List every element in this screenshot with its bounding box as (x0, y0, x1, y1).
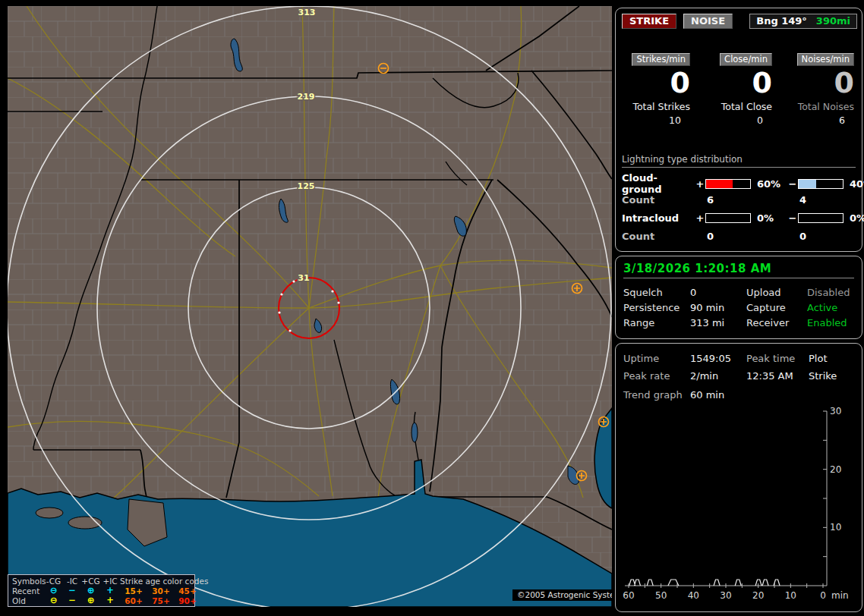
y-tick-label: 10 (830, 522, 841, 533)
trend-graph-label: Trend graph (623, 389, 690, 401)
peak-rate-row: Peak rate 2/min 12:35 AM Strike (616, 367, 862, 385)
strike-mode-button[interactable]: STRIKE (622, 14, 676, 29)
symbol-legend: Symbols -CG -IC +CG +IC Strike age color… (8, 574, 195, 607)
map-canvas[interactable]: 313 219 125 31 Symbols -CG -IC (8, 6, 612, 607)
total-strikes-column: Total Strikes 10 (623, 101, 690, 126)
current-datetime: 3/18/2026 1:20:18 AM (616, 256, 862, 278)
x-tick-label: 10 (785, 590, 796, 601)
legend-symbols-header: Symbols (12, 577, 44, 586)
ring-label-219: 219 (298, 92, 315, 102)
cloud-ground-label: Cloud-ground (622, 172, 695, 195)
receiver-status: Enabled (807, 317, 854, 328)
uptime-row: Uptime 1549:05 Peak time Plot (616, 350, 862, 367)
age-75: 75+ (147, 596, 175, 605)
intracloud-count-row: Count 0 0 (622, 227, 856, 245)
legend-col-pos-ic: +IC (100, 577, 120, 586)
upload-label: Upload (746, 287, 807, 298)
cg-minus-count: 4 (798, 194, 845, 206)
noises-per-min-value: 0 (786, 68, 854, 98)
peak-rate-label: Peak rate (623, 370, 690, 382)
range-setting-value: 313 mi (690, 317, 746, 328)
noises-per-min-label[interactable]: Noises/min (797, 53, 854, 66)
close-per-min-label[interactable]: Close/min (720, 53, 772, 66)
strike-counters-panel: STRIKE NOISE Bng 149°390mi Strikes/min 0… (615, 8, 862, 252)
ic-minus-percent: 0% (845, 212, 864, 224)
recent-ic-minus-icon: − (63, 586, 81, 595)
x-tick-label: 60 (623, 590, 634, 601)
strikes-per-min-value: 0 (623, 68, 690, 98)
x-tick-label: 0 (820, 590, 826, 601)
age-15: 15+ (120, 586, 147, 596)
plot-label: Plot (809, 353, 854, 364)
noise-mode-button[interactable]: NOISE (683, 14, 733, 29)
total-close-column: Total Close 0 (705, 101, 772, 126)
age-45: 45+ (175, 586, 200, 596)
age-60: 60+ (120, 596, 147, 605)
trend-axes (625, 411, 827, 586)
legend-row-old-label: Old (12, 596, 44, 605)
ring-label-313: 313 (298, 8, 316, 17)
upload-status: Disabled (807, 287, 854, 298)
age-30: 30+ (147, 586, 175, 596)
ring-label-125: 125 (298, 181, 315, 191)
x-tick-label: 20 (752, 590, 764, 601)
ic-plus-count: 0 (705, 231, 752, 242)
total-strikes-label: Total Strikes (623, 101, 690, 112)
persistence-label: Persistence (623, 302, 690, 313)
legend-age-header: Strike age color codes (120, 577, 200, 586)
count-label: Count (622, 231, 695, 242)
x-tick-label: 30 (720, 590, 731, 601)
trend-graph-row: Trend graph 60 min (616, 385, 862, 401)
plot-value: Strike (809, 370, 854, 382)
divider (623, 278, 854, 278)
intracloud-row: Intracloud + 0% − 0% (622, 209, 856, 227)
total-noises-value: 6 (786, 115, 854, 126)
uptime-label: Uptime (623, 353, 690, 364)
legend-col-neg-cg: -CG (44, 577, 63, 586)
recent-cg-plus-icon: ⊕ (81, 586, 100, 595)
peak-time-value: 12:35 AM (746, 370, 809, 382)
persistence-value: 90 min (690, 302, 746, 313)
count-label: Count (622, 194, 695, 206)
cg-minus-bar (798, 179, 844, 189)
bearing-value: Bng 149° (756, 15, 807, 27)
x-tick-label: 40 (688, 590, 699, 601)
age-90: 90+ (175, 596, 200, 605)
persistence-row: Persistence 90 min Capture Active (616, 300, 862, 315)
x-unit-label: min (831, 590, 849, 601)
strikes-per-min-column: Strikes/min 0 (623, 51, 690, 98)
y-tick-label: 30 (830, 406, 841, 416)
ic-plus-bar (705, 213, 751, 223)
ring-label-31: 31 (298, 273, 309, 283)
total-noises-column: Total Noises 6 (786, 101, 854, 126)
capture-label: Capture (746, 302, 807, 313)
squelch-value: 0 (690, 287, 746, 298)
y-tick-label: 20 (830, 464, 841, 475)
distribution-title: Lightning type distribution (622, 154, 856, 168)
intracloud-label: Intracloud (622, 212, 695, 224)
cg-plus-bar (705, 179, 751, 189)
ic-plus-percent: 0% (752, 212, 787, 224)
close-per-min-value: 0 (705, 68, 772, 98)
noises-per-min-column: Noises/min 0 (786, 51, 854, 98)
strikes-per-min-label[interactable]: Strikes/min (632, 53, 690, 66)
trend-graph: 1020306050403020100min (617, 403, 862, 609)
cg-minus-percent: 40% (845, 178, 864, 190)
capture-status: Active (807, 302, 854, 313)
old-cg-plus-icon: ⊕ (81, 596, 100, 605)
trend-panel: Uptime 1549:05 Peak time Plot Peak rate … (615, 343, 862, 612)
range-label: Range (623, 317, 690, 328)
close-per-min-column: Close/min 0 (705, 51, 772, 98)
total-noises-label: Total Noises (786, 101, 854, 112)
ic-minus-bar (798, 213, 844, 223)
recent-cg-minus-icon: ⊖ (44, 586, 63, 595)
minus-sign: − (787, 178, 798, 190)
plus-sign: + (695, 212, 705, 224)
cloud-ground-row: Cloud-ground + 60% − 40% (622, 172, 856, 190)
total-close-label: Total Close (705, 101, 772, 112)
total-close-value: 0 (705, 115, 772, 126)
recent-ic-plus-icon: + (100, 586, 120, 595)
status-panel: 3/18/2026 1:20:18 AM Squelch 0 Upload Di… (615, 256, 862, 339)
legend-col-neg-ic: -IC (63, 577, 81, 586)
range-row: Range 313 mi Receiver Enabled (616, 315, 862, 330)
